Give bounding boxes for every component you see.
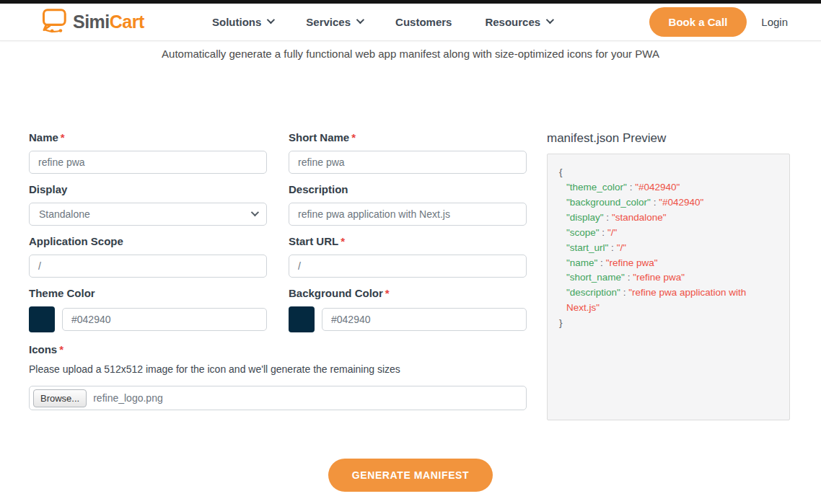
open-brace: { — [559, 165, 778, 180]
display-select[interactable]: Standalone — [29, 203, 267, 226]
application-scope-input[interactable] — [29, 255, 267, 278]
manifest-entry-description: "description" : "refine pwa application … — [559, 286, 778, 316]
theme-color-input[interactable] — [62, 308, 267, 331]
start-url-label: Start URL* — [289, 235, 527, 247]
manifest-json-code: { "theme_color" : "#042940""background_c… — [547, 154, 790, 420]
manifest-form: Name* Short Name* Display Standalone Des… — [29, 131, 527, 420]
chevron-down-icon — [267, 15, 275, 23]
short-name-input[interactable] — [289, 151, 527, 174]
description-label: Description — [289, 183, 527, 195]
generate-manifest-button[interactable]: GENERATE MANIFEST — [328, 459, 493, 492]
close-brace: } — [559, 316, 778, 331]
page-subtitle: Automatically generate a fully functiona… — [0, 41, 821, 60]
manifest-preview-panel: manifest.json Preview { "theme_color" : … — [547, 131, 790, 420]
field-display: Display Standalone — [29, 183, 267, 226]
brand-wordmark: SimiCart — [73, 13, 144, 31]
chevron-down-icon — [251, 208, 259, 216]
name-input[interactable] — [29, 151, 267, 174]
description-input[interactable] — [289, 203, 527, 226]
start-url-input[interactable] — [289, 255, 527, 278]
selected-file-name: refine_logo.png — [93, 392, 163, 404]
manifest-entry-background_color: "background_color" : "#042940" — [559, 195, 778, 211]
icons-label: Icons* — [29, 343, 527, 355]
icons-helper-text: Please upload a 512x512 image for the ic… — [29, 363, 527, 375]
field-background-color: Background Color* — [289, 287, 527, 332]
nav-item-services[interactable]: Services — [306, 16, 362, 28]
nav-item-customers[interactable]: Customers — [395, 16, 452, 28]
background-color-input[interactable] — [322, 308, 527, 331]
main-nav: SolutionsServicesCustomersResources — [212, 16, 552, 28]
manifest-entry-theme_color: "theme_color" : "#042940" — [559, 180, 778, 195]
icons-file-input[interactable]: Browse... refine_logo.png — [29, 386, 527, 410]
chevron-down-icon — [546, 15, 554, 23]
manifest-entry-start_url: "start_url" : "/" — [559, 241, 778, 256]
short-name-label: Short Name* — [289, 131, 527, 143]
simicart-logo[interactable]: SimiCart — [39, 8, 192, 37]
preview-title: manifest.json Preview — [547, 131, 790, 146]
browse-button[interactable]: Browse... — [33, 389, 87, 407]
display-label: Display — [29, 183, 267, 195]
field-application-scope: Application Scope — [29, 235, 267, 278]
background-color-label: Background Color* — [289, 287, 527, 299]
field-name: Name* — [29, 131, 267, 174]
manifest-entry-name: "name" : "refine pwa" — [559, 256, 778, 271]
login-link[interactable]: Login — [761, 16, 788, 28]
name-label: Name* — [29, 131, 267, 143]
cart-icon — [39, 8, 68, 37]
site-header: SimiCart SolutionsServicesCustomersResou… — [0, 4, 821, 41]
manifest-entry-display: "display" : "standalone" — [559, 211, 778, 226]
field-short-name: Short Name* — [289, 131, 527, 174]
application-scope-label: Application Scope — [29, 235, 267, 247]
theme-color-label: Theme Color — [29, 287, 267, 299]
display-selected-value: Standalone — [39, 208, 90, 220]
field-start-url: Start URL* — [289, 235, 527, 278]
field-icons: Icons* Please upload a 512x512 image for… — [29, 343, 527, 410]
theme-color-swatch[interactable] — [29, 306, 55, 332]
chevron-down-icon — [356, 15, 364, 23]
manifest-entry-scope: "scope" : "/" — [559, 226, 778, 241]
field-theme-color: Theme Color — [29, 287, 267, 332]
nav-item-solutions[interactable]: Solutions — [212, 16, 273, 28]
field-description: Description — [289, 183, 527, 226]
manifest-entry-short_name: "short_name" : "refine pwa" — [559, 270, 778, 286]
book-a-call-button[interactable]: Book a Call — [649, 7, 747, 37]
background-color-swatch[interactable] — [289, 306, 315, 332]
nav-item-resources[interactable]: Resources — [485, 16, 552, 28]
